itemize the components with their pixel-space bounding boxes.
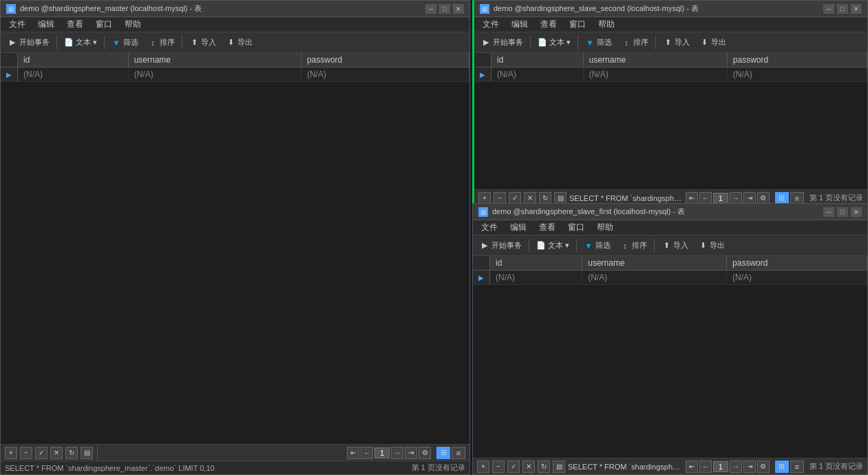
- slave1-cell-password[interactable]: (N/A): [727, 271, 867, 285]
- master-text-btn[interactable]: 📄 文本 ▾: [60, 34, 101, 51]
- slave2-add-row-btn[interactable]: +: [478, 192, 491, 204]
- slave2-cell-username[interactable]: (N/A): [583, 67, 727, 82]
- slave1-discard-btn[interactable]: ✕: [522, 461, 535, 473]
- master-minimize-btn[interactable]: ─: [425, 4, 436, 14]
- slave2-first-page-btn[interactable]: ⇤: [686, 192, 698, 204]
- slave2-next-page-btn[interactable]: →: [730, 192, 742, 204]
- master-menu-help[interactable]: 帮助: [119, 18, 147, 32]
- master-export-btn[interactable]: ⬇ 导出: [222, 34, 257, 51]
- slave1-import-btn[interactable]: ⬆ 导入: [657, 237, 692, 254]
- master-menu-file[interactable]: 文件: [3, 18, 31, 32]
- slave1-minimize-btn[interactable]: ─: [823, 207, 834, 217]
- master-filter-status-btn[interactable]: ▤: [81, 447, 93, 459]
- slave1-maximize-btn[interactable]: □: [837, 207, 848, 217]
- master-sql-bar: SELECT * FROM `shardingsphere_master`.`d…: [1, 461, 469, 474]
- slave2-minimize-btn[interactable]: ─: [823, 4, 834, 14]
- slave2-grid-view-btn[interactable]: ⊞: [775, 192, 789, 204]
- slave2-import-btn[interactable]: ⬆ 导入: [659, 34, 694, 51]
- cell-id[interactable]: (N/A): [18, 67, 129, 82]
- slave2-start-transaction-btn[interactable]: ▶ 开始事务: [477, 34, 527, 51]
- slave1-export-btn[interactable]: ⬇ 导出: [694, 237, 729, 254]
- slave1-cell-id[interactable]: (N/A): [490, 271, 582, 285]
- slave1-header-indicator: [473, 256, 490, 271]
- slave1-filter-btn[interactable]: ▼ 筛选: [580, 237, 615, 254]
- slave1-grid-view-btn[interactable]: ⊞: [775, 461, 789, 473]
- slave2-settings-btn[interactable]: ⚙: [757, 192, 770, 204]
- slave1-list-view-btn[interactable]: ≡: [790, 461, 804, 473]
- table-row[interactable]: ▶ (N/A) (N/A) (N/A): [1, 67, 469, 82]
- slave2-list-view-btn[interactable]: ≡: [790, 192, 804, 204]
- slave1-close-btn[interactable]: ✕: [851, 207, 862, 217]
- master-settings-btn[interactable]: ⚙: [419, 447, 431, 459]
- slave1-menu-help[interactable]: 帮助: [591, 221, 619, 235]
- slave1-cell-username[interactable]: (N/A): [582, 271, 727, 285]
- slave1-start-transaction-btn[interactable]: ▶ 开始事务: [476, 237, 526, 254]
- cell-username[interactable]: (N/A): [128, 67, 301, 82]
- slave1-text-btn[interactable]: 📄 文本 ▾: [532, 237, 573, 254]
- slave2-prev-page-btn[interactable]: ←: [699, 192, 712, 204]
- slave2-sort-btn[interactable]: ↕ 排序: [617, 34, 653, 51]
- slave2-refresh-btn[interactable]: ↻: [539, 192, 551, 204]
- master-list-view-btn[interactable]: ≡: [452, 447, 465, 459]
- slave1-menu-file[interactable]: 文件: [476, 221, 503, 235]
- slave2-title-text: demo @shardingsphere_slave_second (local…: [494, 3, 819, 14]
- slave2-menu-window[interactable]: 窗口: [564, 18, 591, 32]
- master-prev-page-btn[interactable]: ←: [361, 447, 373, 459]
- slave1-menu-view[interactable]: 查看: [533, 221, 561, 235]
- slave1-page-status: 第 1 页没有记录: [809, 461, 863, 472]
- master-start-transaction-btn[interactable]: ▶ 开始事务: [3, 34, 54, 51]
- slave2-menu-view[interactable]: 查看: [535, 18, 562, 32]
- slave2-delete-row-btn[interactable]: −: [494, 192, 506, 204]
- slave1-settings-btn[interactable]: ⚙: [757, 461, 770, 473]
- slave2-text-btn[interactable]: 📄 文本 ▾: [533, 34, 575, 51]
- slave2-maximize-btn[interactable]: □: [837, 4, 848, 14]
- master-apply-btn[interactable]: ✓: [35, 447, 47, 459]
- master-filter-btn[interactable]: ▼ 筛选: [107, 34, 142, 51]
- slave1-last-page-btn[interactable]: ⇥: [743, 461, 756, 473]
- master-first-page-btn[interactable]: ⇤: [347, 447, 359, 459]
- master-sort-btn[interactable]: ↕ 排序: [144, 34, 179, 51]
- slave2-apply-btn[interactable]: ✓: [509, 192, 521, 204]
- slave1-menu-edit[interactable]: 编辑: [505, 221, 532, 235]
- master-delete-row-btn[interactable]: −: [20, 447, 32, 459]
- slave1-filter-status-btn[interactable]: ▤: [553, 461, 565, 473]
- master-maximize-btn[interactable]: □: [439, 4, 450, 14]
- slave2-export-btn[interactable]: ⬇ 导出: [695, 34, 730, 51]
- master-import-btn[interactable]: ⬆ 导入: [185, 34, 220, 51]
- slave1-menu-window[interactable]: 窗口: [562, 221, 590, 235]
- slave2-filter-status-btn[interactable]: ▤: [554, 192, 567, 204]
- slave2-discard-btn[interactable]: ✕: [524, 192, 536, 204]
- master-menu-edit[interactable]: 编辑: [32, 18, 60, 32]
- master-close-btn[interactable]: ✕: [453, 4, 464, 14]
- master-refresh-btn[interactable]: ↻: [65, 447, 78, 459]
- slave2-filter-btn[interactable]: ▼ 筛选: [581, 34, 616, 51]
- slave1-first-page-btn[interactable]: ⇤: [686, 461, 698, 473]
- slave2-close-btn[interactable]: ✕: [851, 4, 862, 14]
- master-menu-window[interactable]: 窗口: [90, 18, 118, 32]
- slave1-sort-btn[interactable]: ↕ 排序: [616, 237, 651, 254]
- master-menu-view[interactable]: 查看: [61, 18, 89, 32]
- slave2-menu-file[interactable]: 文件: [477, 18, 505, 32]
- slave2-last-page-btn[interactable]: ⇥: [743, 192, 756, 204]
- slave1-apply-btn[interactable]: ✓: [507, 461, 520, 473]
- slave1-add-row-btn[interactable]: +: [477, 461, 489, 473]
- slave1-delete-row-btn[interactable]: −: [492, 461, 505, 473]
- slave1-prev-page-btn[interactable]: ←: [699, 461, 712, 473]
- table-row[interactable]: ▶ (N/A) (N/A) (N/A): [473, 271, 867, 285]
- master-last-page-btn[interactable]: ⇥: [405, 447, 417, 459]
- cell-password[interactable]: (N/A): [301, 67, 469, 82]
- master-discard-btn[interactable]: ✕: [50, 447, 63, 459]
- master-next-page-btn[interactable]: →: [391, 447, 403, 459]
- slave2-menu-help[interactable]: 帮助: [593, 18, 620, 32]
- slave1-refresh-btn[interactable]: ↻: [538, 461, 550, 473]
- slave2-col-id: id: [491, 53, 584, 67]
- slave2-cell-password[interactable]: (N/A): [727, 67, 867, 82]
- slave2-sep2: [578, 36, 578, 50]
- master-grid-view-btn[interactable]: ⊞: [436, 447, 450, 459]
- slave2-menu-edit[interactable]: 编辑: [506, 18, 533, 32]
- master-add-row-btn[interactable]: +: [5, 447, 17, 459]
- slave1-next-page-btn[interactable]: →: [730, 461, 742, 473]
- slave2-cell-id[interactable]: (N/A): [491, 67, 584, 82]
- master-page-number: 1: [374, 447, 390, 458]
- table-row[interactable]: ▶ (N/A) (N/A) (N/A): [474, 67, 867, 82]
